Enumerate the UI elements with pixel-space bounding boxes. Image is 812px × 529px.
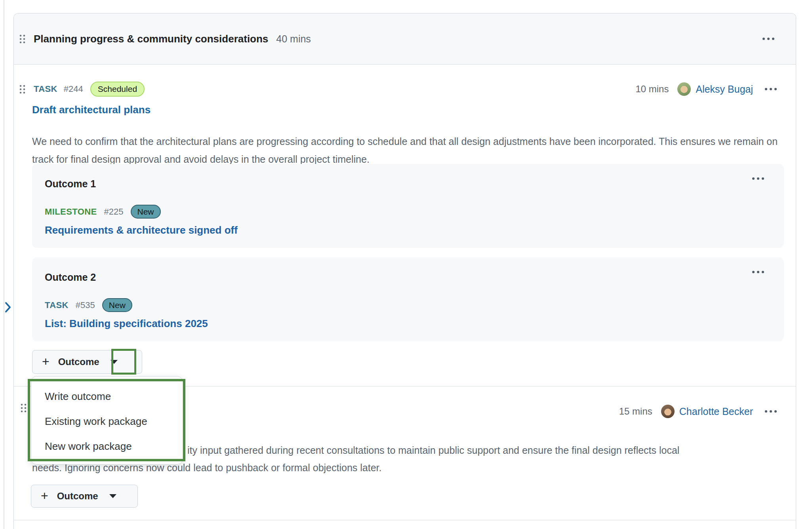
add-outcome-button-label: Outcome — [58, 356, 99, 367]
outcome-work-package-link[interactable]: Requirements & architecture signed off — [45, 224, 238, 236]
work-package-type-label: TASK — [45, 300, 69, 310]
avatar[interactable] — [661, 405, 675, 418]
work-package-description: We need to confirm that the architectura… — [32, 133, 787, 168]
add-outcome-button-label: Outcome — [57, 491, 98, 502]
outcome-card-2: Outcome 2 TASK #535 New List: Building s… — [32, 257, 784, 341]
presenter-link[interactable]: Charlotte Becker — [679, 406, 753, 417]
outcome-type-row: TASK #535 New — [45, 298, 764, 312]
agenda-item-1-meta-row: TASK #244 Scheduled 10 mins Aleksy Bugaj — [19, 80, 779, 98]
outcome-work-package-link[interactable]: List: Building specifications 2025 — [45, 318, 208, 330]
item-duration: 10 mins — [635, 84, 669, 95]
item-more-menu-icon[interactable] — [762, 408, 779, 415]
status-badge: New — [131, 205, 161, 219]
outcome-heading: Outcome 1 — [45, 178, 764, 190]
section-title: Planning progress & community considerat… — [34, 33, 268, 45]
plus-icon: + — [41, 489, 48, 502]
chevron-right-icon[interactable] — [5, 302, 11, 313]
outcome-more-menu-icon[interactable] — [750, 268, 766, 276]
work-package-id: #225 — [104, 207, 124, 217]
outcome-dropdown-menu: Write outcome Existing work package New … — [31, 376, 183, 464]
agenda-item-2-meta-row: 15 mins Charlotte Becker — [619, 403, 779, 420]
outcome-card-1: Outcome 1 MILESTONE #225 New Requirement… — [32, 164, 784, 248]
section-header: Planning progress & community considerat… — [14, 13, 796, 65]
status-badge: Scheduled — [90, 82, 145, 96]
work-package-title-link[interactable]: Draft architectural plans — [32, 104, 151, 116]
presenter-link[interactable]: Aleksy Bugaj — [696, 84, 753, 95]
plus-icon: + — [42, 355, 50, 368]
menu-item-existing-work-package[interactable]: Existing work package — [31, 409, 183, 434]
item-duration: 15 mins — [619, 406, 652, 417]
avatar[interactable] — [677, 82, 691, 96]
item-2-description-line-1: ity input gathered during recent consult… — [187, 445, 679, 456]
agenda-item-divider — [14, 520, 796, 520]
work-package-id: #535 — [76, 300, 95, 310]
status-badge: New — [102, 298, 132, 312]
add-outcome-split-button[interactable]: + Outcome — [32, 350, 142, 374]
outcome-more-menu-icon[interactable] — [750, 175, 766, 182]
left-page-divider — [4, 0, 4, 529]
outcome-type-row: MILESTONE #225 New — [45, 205, 764, 219]
work-package-id: #244 — [64, 84, 83, 94]
drag-handle-icon[interactable] — [19, 34, 26, 44]
menu-item-write-outcome[interactable]: Write outcome — [31, 384, 183, 409]
add-outcome-split-button[interactable]: + Outcome — [31, 485, 138, 508]
section-duration: 40 mins — [276, 33, 311, 45]
outcome-heading: Outcome 2 — [45, 272, 764, 283]
work-package-type-label: MILESTONE — [45, 207, 97, 217]
drag-handle-icon[interactable] — [21, 403, 27, 413]
menu-item-new-work-package[interactable]: New work package — [31, 434, 183, 459]
section-more-menu-icon[interactable] — [760, 35, 777, 42]
work-package-type-label: TASK — [34, 84, 57, 94]
drag-handle-icon[interactable] — [19, 85, 26, 94]
caret-down-icon[interactable] — [109, 494, 116, 498]
item-more-menu-icon[interactable] — [762, 86, 779, 93]
caret-down-icon[interactable] — [111, 360, 118, 364]
